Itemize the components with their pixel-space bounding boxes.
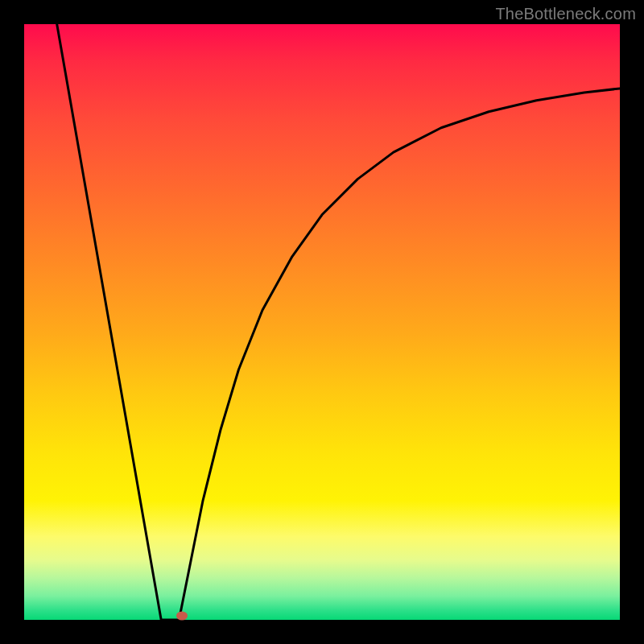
bottleneck-curve: [57, 24, 620, 620]
watermark-label: TheBottleneck.com: [495, 5, 636, 23]
plot-area: [24, 24, 620, 620]
chart-stage: TheBottleneck.com: [0, 0, 644, 644]
bottleneck-marker: [176, 611, 188, 620]
curve-layer: [24, 24, 620, 620]
